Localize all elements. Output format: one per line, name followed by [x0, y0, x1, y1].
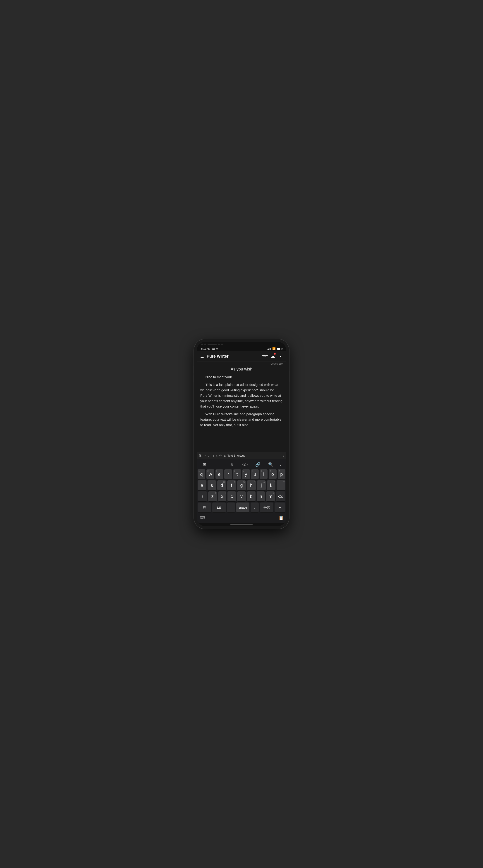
editor-toolbar: ⌘ ↩ ↓ ⊓ ⌕ ↷ ⊕ Text Shortcut I [197, 452, 286, 459]
header-left: ☰ Pure Writer [200, 354, 229, 359]
key-x[interactable]: )x [218, 491, 227, 501]
search-kb-icon[interactable]: 🔍 [266, 461, 275, 468]
key-o[interactable]: 9o [269, 469, 276, 479]
comma-key[interactable]: , [227, 502, 235, 513]
key-t[interactable]: 5t [233, 469, 241, 479]
cloud-button[interactable]: ☁ [271, 354, 275, 359]
content-area[interactable]: Count: 189 As you wish Nice to meet you!… [197, 362, 286, 452]
key-z[interactable]: (z [208, 491, 217, 501]
keyboard-extra-row: ⌨ 📋 [197, 514, 286, 521]
link-icon[interactable]: 🔗 [254, 461, 262, 468]
phone-screen: 8:16 AM ⌨ ❄ 📶 ☰ Pure Wri [197, 342, 286, 526]
status-bar: 8:16 AM ⌨ ❄ 📶 [197, 346, 286, 351]
key-s[interactable]: !s [207, 480, 217, 490]
numeric-key[interactable]: 123 [212, 502, 226, 513]
paragraph-3[interactable]: With Pure Writer's line and paragraph sp… [200, 411, 283, 428]
return-key[interactable]: ↵ [275, 502, 285, 513]
power-button[interactable] [289, 371, 290, 382]
key-f[interactable]: #f [227, 480, 236, 490]
text-shortcut-button[interactable]: ⊕ Text Shortcut [224, 454, 245, 458]
paragraph-2[interactable]: This is a fast plain text editor designe… [200, 382, 283, 409]
key-b[interactable]: :b [247, 491, 256, 501]
symbol-key[interactable]: 符 [198, 502, 211, 513]
status-time: 8:16 AM ⌨ ❄ [201, 347, 218, 350]
emoji-icon[interactable]: ☺ [228, 461, 236, 468]
key-h[interactable]: 'h [247, 480, 256, 490]
key-r[interactable]: 4r [224, 469, 232, 479]
text-shortcut-label: Text Shortcut [227, 454, 245, 457]
key-i[interactable]: 8i [260, 469, 267, 479]
key-e[interactable]: 3e [216, 469, 223, 479]
document-title[interactable]: As you wish [197, 365, 286, 374]
speaker-grille [207, 344, 217, 345]
keyboard-top-icons: ⊞ ⋮⋮ ☺ </> 🔗 🔍 ⌄ [197, 459, 286, 469]
key-m[interactable]: /m [266, 491, 275, 501]
key-u[interactable]: 7u [251, 469, 259, 479]
camera-dot3 [218, 344, 220, 345]
grid9-icon[interactable]: ⋮⋮ [212, 461, 224, 468]
key-w[interactable]: 2w [206, 469, 214, 479]
cursor-icon[interactable]: I [283, 453, 284, 458]
status-icons: 📶 [267, 347, 282, 350]
scroll-indicator [286, 389, 286, 407]
snowflake-indicator: ❄ [216, 348, 218, 350]
cloud-notification-badge [274, 353, 276, 355]
keyboard-collapse-button[interactable]: ⌄ [279, 463, 282, 467]
camera-dot [201, 344, 203, 345]
find-icon[interactable]: ⌕ [216, 454, 218, 458]
key-n[interactable]: ;n [257, 491, 265, 501]
key-d[interactable]: @d [217, 480, 226, 490]
camera-dots [201, 344, 223, 345]
home-indicator[interactable] [230, 524, 253, 525]
space-key[interactable]: space [236, 502, 249, 513]
word-count: Count: 189 [197, 362, 286, 365]
keyboard-row-2: -a !s @d #f %g 'h &j *k ?l [197, 480, 286, 490]
key-v[interactable]: _v [237, 491, 246, 501]
home-bar [197, 523, 286, 526]
add-icon: ⊕ [224, 454, 227, 458]
camera-dot2 [204, 344, 206, 345]
key-k[interactable]: *k [267, 480, 276, 490]
key-j[interactable]: &j [257, 480, 266, 490]
download-icon[interactable]: ↓ [208, 454, 209, 458]
key-p[interactable]: 0p [278, 469, 285, 479]
redo-icon[interactable]: ↷ [219, 454, 222, 458]
key-q[interactable]: 1q [198, 469, 205, 479]
time-display: 8:16 AM [201, 347, 210, 350]
format-icon[interactable]: ⊓ [211, 454, 214, 458]
phone-device: 8:16 AM ⌨ ❄ 📶 ☰ Pure Wri [194, 339, 289, 529]
camera-area [197, 342, 286, 346]
more-options-button[interactable]: ⋮ [278, 353, 283, 359]
key-y[interactable]: 6y [242, 469, 250, 479]
app-header: ☰ Pure Writer TXT ☁ ⋮ [197, 351, 286, 362]
document-body[interactable]: Nice to meet you! This is a fast plain t… [197, 374, 286, 452]
lang-switch-key[interactable]: 中/英 [260, 502, 274, 513]
keyboard-row-3: ↑ (z )x -c _v :b ;n /m ⌫ [197, 491, 286, 501]
command-icon[interactable]: ⌘ [199, 454, 202, 458]
app-title: Pure Writer [207, 354, 229, 359]
grid4-icon[interactable]: ⊞ [201, 461, 208, 468]
vol-down-button[interactable] [193, 375, 194, 382]
paragraph-1[interactable]: Nice to meet you! [200, 374, 283, 380]
shift-key[interactable]: ↑ [198, 491, 207, 501]
wifi-icon: 📶 [272, 347, 276, 350]
key-a[interactable]: -a [198, 480, 206, 490]
key-g[interactable]: %g [237, 480, 246, 490]
battery-icon [277, 348, 282, 350]
period-key[interactable]: . [251, 502, 259, 513]
vol-up-button[interactable] [193, 366, 194, 373]
code-icon[interactable]: </> [240, 461, 249, 468]
delete-key[interactable]: ⌫ [276, 491, 285, 501]
keyboard-bottom-row: 符 123 , space . 中/英 ↵ [197, 502, 286, 513]
key-c[interactable]: -c [227, 491, 236, 501]
keyboard-indicator: ⌨ [211, 348, 215, 350]
clipboard-icon[interactable]: 📋 [278, 515, 284, 521]
header-right: TXT ☁ ⋮ [262, 353, 283, 359]
txt-button[interactable]: TXT [262, 355, 268, 358]
keyboard-settings-icon[interactable]: ⌨ [199, 515, 206, 521]
undo-icon[interactable]: ↩ [203, 454, 206, 458]
key-l[interactable]: ?l [277, 480, 285, 490]
battery-fill [277, 348, 280, 350]
menu-button[interactable]: ☰ [200, 354, 204, 359]
camera-dot4 [221, 344, 223, 345]
